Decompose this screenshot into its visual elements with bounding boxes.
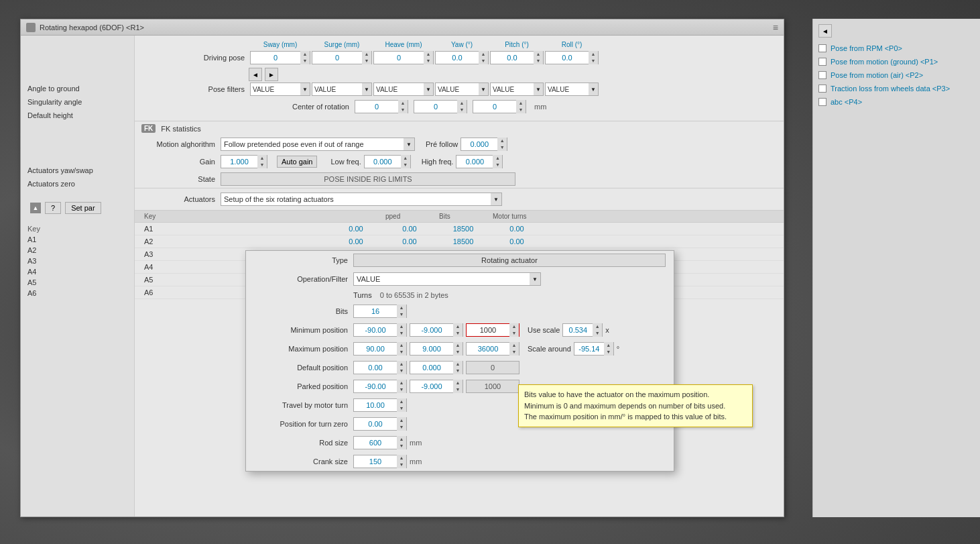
right-panel-label-p2[interactable]: Pose from motion (air) <P2>	[831, 71, 923, 79]
driving-pose-pitch[interactable]: ▲ ▼	[490, 51, 544, 64]
driving-pose-sway-spin[interactable]: ▲ ▼	[300, 51, 310, 64]
popup-crank-input[interactable]	[354, 457, 397, 466]
driving-pose-surge[interactable]: ▲ ▼	[312, 51, 372, 64]
filter-heave[interactable]: VALUE ▼	[373, 83, 434, 96]
cor-z[interactable]: ▲ ▼	[473, 100, 526, 113]
popup-maxpos-bits-spin[interactable]: ▲ ▼	[509, 342, 519, 356]
driving-pose-yaw-spin[interactable]: ▲ ▼	[479, 51, 488, 64]
cor-z-spin[interactable]: ▲ ▼	[516, 100, 526, 113]
popup-rod-spin[interactable]: ▲ ▼	[397, 436, 406, 449]
driving-pose-surge-spin[interactable]: ▲ ▼	[362, 51, 371, 64]
driving-pose-heave[interactable]: ▲ ▼	[373, 51, 434, 64]
popup-crank-spin[interactable]: ▲ ▼	[397, 455, 406, 468]
popup-maxpos-deg-spin[interactable]: ▲ ▼	[397, 342, 406, 356]
spin-up[interactable]: ▲	[300, 51, 310, 58]
popup-parkedpos-deg2-input[interactable]	[410, 382, 453, 390]
filter-heave-arrow[interactable]: ▼	[424, 83, 433, 95]
popup-travel-input-group[interactable]: ▲ ▼	[353, 398, 407, 412]
popup-travel-spin[interactable]: ▲ ▼	[397, 398, 406, 412]
popup-defpos-deg-spin[interactable]: ▲ ▼	[397, 361, 406, 374]
right-panel-item-p1[interactable]: Pose from motion (ground) <P1>	[818, 56, 975, 67]
cor-x[interactable]: ▲ ▼	[355, 100, 408, 113]
gain-input[interactable]	[221, 158, 257, 166]
driving-pose-sway[interactable]: ▲ ▼	[250, 51, 310, 64]
filter-surge[interactable]: VALUE ▼	[312, 83, 372, 96]
high-freq-input[interactable]	[456, 158, 493, 166]
sidebar-item-angle-to-ground[interactable]: Angle to ground	[23, 83, 131, 95]
driving-pose-yaw-input[interactable]	[436, 54, 479, 62]
popup-maxpos-deg-input[interactable]	[354, 345, 397, 353]
motion-algo-arrow[interactable]: ▼	[404, 138, 414, 150]
sidebar-item-yaw-swap[interactable]: Actuators yaw/swap	[23, 164, 131, 176]
popup-minpos-deg-spin[interactable]: ▲ ▼	[397, 323, 406, 337]
filter-roll-arrow[interactable]: ▼	[589, 83, 598, 95]
high-freq-input-group[interactable]: ▲ ▼	[456, 155, 503, 168]
checkbox-p1[interactable]	[818, 58, 826, 66]
popup-parkedpos-deg2-spin[interactable]: ▲ ▼	[453, 380, 463, 393]
auto-gain-button[interactable]: Auto gain	[277, 156, 317, 168]
right-panel-item-p3[interactable]: Traction loss from wheels data <P3>	[818, 83, 975, 94]
spin-down[interactable]: ▼	[479, 58, 488, 64]
spin-up[interactable]: ▲	[589, 51, 598, 58]
low-freq-input[interactable]	[365, 158, 401, 166]
cor-x-spin[interactable]: ▲ ▼	[398, 100, 408, 113]
spin-down[interactable]: ▼	[362, 58, 371, 64]
right-panel-item-p0[interactable]: Pose from RPM <P0>	[818, 43, 975, 54]
filter-sway-arrow[interactable]: ▼	[300, 83, 310, 95]
high-freq-spin[interactable]: ▲ ▼	[493, 155, 502, 168]
driving-pose-sway-input[interactable]	[251, 54, 300, 62]
scale-around-input-group[interactable]: ▲ ▼	[574, 342, 614, 356]
popup-parkedpos-deg2-group[interactable]: ▲ ▼	[410, 380, 463, 393]
popup-minpos-deg-input[interactable]	[354, 326, 397, 334]
popup-defpos-deg2-input[interactable]	[410, 364, 453, 372]
popup-opfilter-select[interactable]: VALUE ▼	[353, 272, 541, 286]
nav-left-button[interactable]: ◄	[249, 68, 262, 81]
popup-minpos-deg2-group[interactable]: ▲ ▼	[410, 323, 463, 337]
checkbox-p2[interactable]	[818, 71, 826, 79]
sidebar-item-default-height[interactable]: Default height	[23, 109, 131, 121]
actuators-select[interactable]: Setup of the six rotating actuators ▼	[221, 193, 502, 206]
driving-pose-surge-input[interactable]	[312, 54, 362, 62]
popup-maxpos-deg2-group[interactable]: ▲ ▼	[410, 342, 463, 356]
right-panel-collapse-button[interactable]: ◄	[818, 24, 832, 38]
scale-around-spin[interactable]: ▲ ▼	[604, 342, 613, 356]
driving-pose-roll-input[interactable]	[546, 54, 589, 62]
cor-y[interactable]: ▲ ▼	[414, 100, 467, 113]
driving-pose-pitch-spin[interactable]: ▲ ▼	[534, 51, 543, 64]
gain-spin[interactable]: ▲ ▼	[257, 155, 267, 168]
pre-follow-spin[interactable]: ▲ ▼	[497, 138, 507, 151]
actuators-select-arrow[interactable]: ▼	[491, 193, 501, 205]
popup-rod-input-group[interactable]: ▲ ▼	[353, 436, 407, 449]
cor-x-input[interactable]	[355, 103, 398, 111]
popup-parkedpos-deg-group[interactable]: ▲ ▼	[353, 380, 407, 393]
popup-crank-input-group[interactable]: ▲ ▼	[353, 455, 407, 468]
low-freq-input-group[interactable]: ▲ ▼	[364, 155, 411, 168]
driving-pose-roll[interactable]: ▲ ▼	[545, 51, 599, 64]
popup-minpos-bits-input[interactable]	[467, 326, 509, 334]
right-panel-item-p2[interactable]: Pose from motion (air) <P2>	[818, 70, 975, 80]
right-panel-label-p4[interactable]: abc <P4>	[831, 98, 862, 106]
use-scale-input-group[interactable]: ▲ ▼	[562, 323, 603, 337]
filter-pitch[interactable]: VALUE ▼	[490, 83, 544, 96]
sidebar-item-zero[interactable]: Actuators zero	[23, 178, 131, 190]
popup-minpos-bits-group[interactable]: ▲ ▼	[466, 323, 519, 337]
driving-pose-yaw[interactable]: ▲ ▼	[435, 51, 489, 64]
use-scale-spin[interactable]: ▲ ▼	[593, 323, 602, 337]
right-panel-label-p0[interactable]: Pose from RPM <P0>	[831, 44, 902, 52]
checkbox-p3[interactable]	[818, 85, 826, 93]
filter-yaw-arrow[interactable]: ▼	[479, 83, 488, 95]
checkbox-p4[interactable]	[818, 98, 826, 106]
popup-opfilter-arrow[interactable]: ▼	[530, 273, 540, 285]
right-panel-label-p3[interactable]: Traction loss from wheels data <P3>	[831, 85, 950, 93]
popup-bits-input-group[interactable]: ▲ ▼	[353, 305, 407, 318]
cor-z-input[interactable]	[473, 103, 516, 111]
popup-parkedpos-deg-spin[interactable]: ▲ ▼	[397, 380, 406, 393]
collapse-button[interactable]: ▲	[30, 203, 41, 213]
popup-travel-input[interactable]	[354, 401, 397, 409]
popup-maxpos-deg-group[interactable]: ▲ ▼	[353, 342, 407, 356]
popup-parkedpos-deg-input[interactable]	[354, 382, 397, 390]
question-button[interactable]: ?	[45, 202, 61, 214]
driving-pose-roll-spin[interactable]: ▲ ▼	[589, 51, 598, 64]
popup-defpos-deg-input[interactable]	[354, 364, 397, 372]
popup-maxpos-bits-input[interactable]	[467, 345, 509, 353]
